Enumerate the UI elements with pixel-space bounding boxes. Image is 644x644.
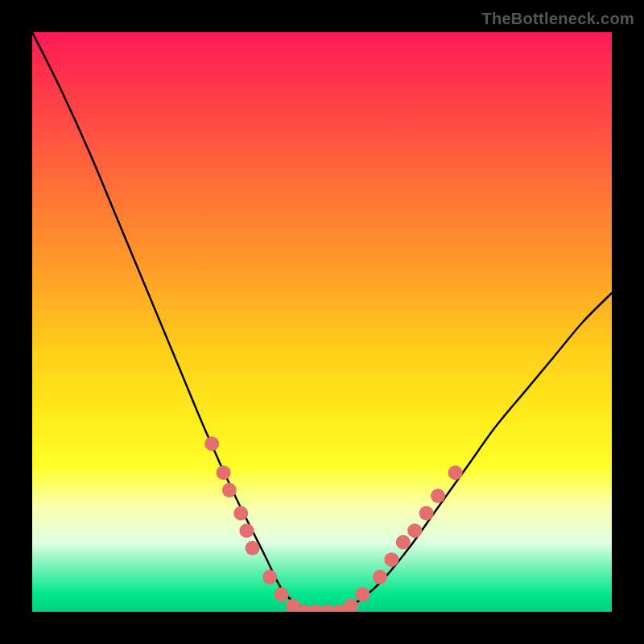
highlight-point (344, 599, 358, 612)
highlight-point (297, 605, 312, 612)
highlight-point (233, 506, 248, 521)
watermark-text: TheBottleneck.com (481, 10, 634, 28)
highlight-point (239, 523, 254, 538)
highlight-point (332, 605, 347, 612)
highlight-point (419, 506, 434, 521)
highlight-point (204, 436, 219, 451)
highlight-point (222, 483, 237, 497)
highlight-point (407, 523, 422, 538)
highlight-point (384, 552, 398, 567)
highlight-point (262, 570, 277, 584)
highlight-point (309, 605, 324, 612)
plot-area (32, 32, 612, 612)
highlight-point (286, 599, 300, 612)
highlight-point (373, 570, 387, 584)
highlight-point (275, 587, 289, 601)
highlight-point (246, 541, 260, 555)
highlight-point (431, 489, 445, 503)
highlight-point (217, 465, 231, 480)
curve-svg (32, 32, 612, 612)
highlight-point (396, 535, 411, 550)
chart-container: TheBottleneck.com (0, 0, 644, 644)
highlight-points-group (204, 436, 462, 612)
curve-path-group (32, 32, 612, 612)
highlight-point (355, 587, 369, 601)
highlight-point (320, 605, 335, 612)
bottleneck-curve-path (32, 32, 612, 612)
highlight-point (448, 465, 463, 480)
